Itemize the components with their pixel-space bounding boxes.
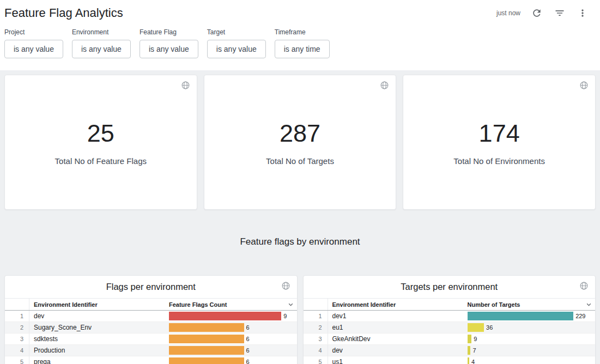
bar-value: 7 [472,347,476,354]
globe-icon [579,281,589,290]
table-row[interactable]: 1dev1229 [304,311,596,322]
chevron-down-icon[interactable] [287,300,295,308]
count-column-header: Feature Flags Count [165,301,297,308]
globe-icon [380,81,389,90]
stat-label: Total No of Targets [266,156,334,166]
row-index: 4 [304,345,328,356]
row-index: 2 [5,322,29,333]
row-index: 3 [5,333,29,344]
filter-feature-flag-value[interactable]: is any value [140,40,198,58]
table-row[interactable]: 4dev7 [304,345,596,356]
tile-action[interactable] [579,81,589,90]
value-bar[interactable] [468,346,471,355]
filter-bar: Project is any value Environment is any … [4,28,589,58]
bar-value: 9 [283,313,287,319]
refresh-button[interactable] [530,7,543,20]
value-bar[interactable] [169,335,244,343]
kebab-menu-icon [577,8,588,19]
filter-environment: Environment is any value [72,28,131,58]
value-bar[interactable] [468,312,574,320]
table-header-row: Environment Identifier Feature Flags Cou… [5,298,297,311]
page-title: Feature Flag Analytics [4,6,123,20]
tile-action[interactable] [181,81,190,90]
bar-cell: 6 [165,346,297,355]
filter-label: Project [4,28,63,36]
stat-value: 174 [479,119,520,148]
filter-timeframe-value[interactable]: is any time [275,40,330,58]
row-index: 4 [5,345,29,356]
environment-cell: prega [29,358,165,364]
filter-project: Project is any value [4,28,63,58]
value-bar[interactable] [468,357,469,364]
filter-target-value[interactable]: is any value [207,40,266,58]
filter-list-icon [554,8,565,19]
table-card-row: Flags per environment Environment Identi… [4,275,596,364]
filter-feature-flag: Feature Flag is any value [140,28,198,58]
row-index: 1 [5,311,29,321]
environment-cell: dev1 [328,312,463,320]
value-bar[interactable] [169,346,244,355]
value-bar[interactable] [468,335,472,343]
row-index-column-header [304,299,328,310]
environment-cell: dev [328,347,463,354]
table-row[interactable]: 2Sugary_Scone_Env6 [5,322,297,333]
bar-value: 4 [471,359,475,364]
last-updated-label: just now [496,9,520,17]
stat-label: Total No of Feature Flags [55,156,147,166]
bar-cell: 7 [463,346,596,355]
header-actions: just now [496,7,589,20]
stat-card-total-environments: 174 Total No of Environments [403,75,596,210]
tile-action[interactable] [281,281,290,290]
bar-cell: 9 [165,312,297,320]
table-body: 1dev92Sugary_Scone_Env63sdktests64Produc… [5,311,297,364]
value-bar[interactable] [468,323,484,332]
table-row[interactable]: 4Production6 [5,345,297,356]
value-bar[interactable] [169,357,244,364]
count-column-header: Number of Targets [463,301,596,308]
targets-per-environment-table: Targets per environment Environment Iden… [303,275,596,364]
filter-button[interactable] [553,7,566,20]
environment-cell: us1 [328,358,463,364]
table-body: 1dev12292eu1363GkeAnkitDev94dev75us14 [304,311,596,364]
environment-column-header: Environment Identifier [29,301,165,308]
chevron-down-icon[interactable] [585,300,593,308]
more-menu-button[interactable] [576,7,589,20]
value-bar[interactable] [169,312,281,320]
section-title: Feature flags by environment [4,236,596,248]
tile-action[interactable] [579,281,589,290]
table-row[interactable]: 3sdktests6 [5,333,297,345]
bar-cell: 4 [463,357,596,364]
table-row[interactable]: 1dev9 [5,311,297,322]
filter-project-value[interactable]: is any value [4,40,63,58]
bar-value: 9 [474,336,477,342]
refresh-icon [531,8,542,19]
environment-cell: Production [29,347,165,354]
table-row[interactable]: 2eu136 [304,322,596,333]
environment-cell: dev [29,312,165,320]
tile-action[interactable] [380,81,389,90]
filter-label: Timeframe [275,28,330,36]
filter-target: Target is any value [207,28,266,58]
bar-value: 6 [246,359,250,364]
filter-environment-value[interactable]: is any value [72,40,131,58]
table-row[interactable]: 3GkeAnkitDev9 [304,333,596,345]
table-row[interactable]: 5us14 [304,356,596,364]
dashboard-top: Feature Flag Analytics just now Project … [0,0,600,70]
stat-card-total-feature-flags: 25 Total No of Feature Flags [4,75,197,210]
environment-cell: Sugary_Scone_Env [29,324,165,331]
flags-per-environment-table: Flags per environment Environment Identi… [4,275,298,364]
globe-icon [281,281,290,290]
bar-value: 6 [246,324,250,331]
row-index: 5 [304,356,328,364]
bar-value: 6 [246,336,250,342]
environment-column-header: Environment Identifier [328,301,463,308]
dashboard-header: Feature Flag Analytics just now [4,3,589,23]
environment-cell: GkeAnkitDev [328,335,463,343]
environment-cell: sdktests [29,335,165,343]
table-title: Flags per environment [5,276,297,298]
stat-card-total-targets: 287 Total No of Targets [204,75,397,210]
table-row[interactable]: 5prega6 [5,356,297,364]
value-bar[interactable] [169,323,244,332]
stat-value: 287 [280,119,320,148]
filter-label: Feature Flag [140,28,198,36]
